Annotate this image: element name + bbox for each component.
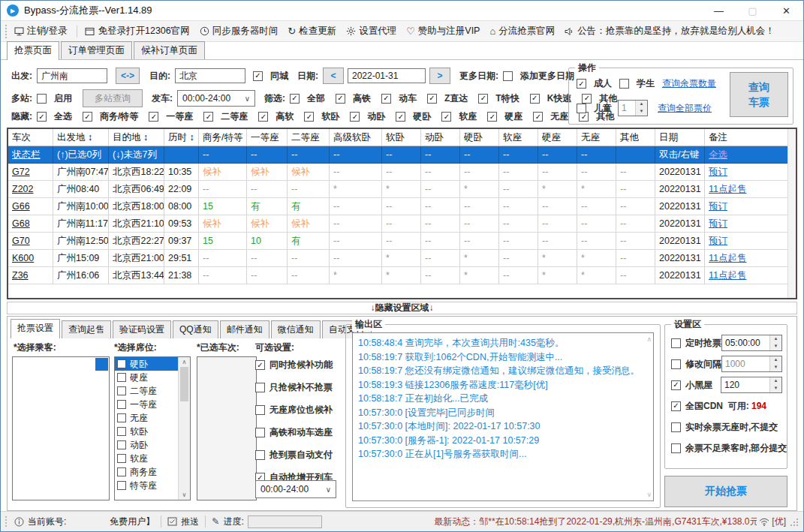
table-row[interactable]: Z36广州16:06北京西13:4421:38------**--*--**--…: [8, 267, 796, 284]
checkbox[interactable]: [117, 440, 126, 449]
table-row[interactable]: Z202广州08:40北京西06:4922:09------**--*--**-…: [8, 181, 796, 198]
table-row[interactable]: 状态栏(↑)已选0列(↓)未选7列--------------------双击/…: [8, 146, 796, 164]
checkbox[interactable]: [117, 359, 126, 368]
depart-time-dropdown[interactable]: 00:00-24:00∨: [177, 90, 255, 107]
date-input[interactable]: 2022-01-31: [348, 68, 426, 83]
hide-seat-option[interactable]: ✓无座: [533, 110, 568, 123]
child-option[interactable]: 儿童: [577, 102, 612, 115]
open-12306-button[interactable]: 免登录打开12306官网: [85, 25, 189, 38]
enable-multi-option[interactable]: 启用: [37, 92, 72, 105]
tab-查询起售[interactable]: 查询起售: [62, 320, 111, 338]
checkbox[interactable]: [255, 428, 265, 437]
close-button[interactable]: ✕: [769, 1, 803, 20]
table-row[interactable]: K600广州15:09北京西21:0029:51--------*--*--**…: [8, 250, 796, 267]
checkbox[interactable]: [671, 359, 681, 369]
reserve-link[interactable]: 预订: [709, 235, 727, 248]
checkbox[interactable]: [255, 405, 265, 415]
output-log[interactable]: 10:58:48:4 查询完毕，本次查询共用时:435毫秒。10:58:19:7…: [352, 332, 654, 501]
adult-option[interactable]: ✓ 成人: [577, 77, 612, 90]
hide-seat-option[interactable]: ✓商务/特等: [83, 110, 138, 123]
spinner-down-icon[interactable]: ▼: [636, 108, 647, 116]
checkbox[interactable]: [117, 454, 126, 463]
setting-spinner[interactable]: 120▲▼: [721, 377, 782, 393]
reserve-link[interactable]: 11点起售: [709, 252, 746, 265]
column-header[interactable]: 备注: [705, 129, 796, 146]
hide-seat-option[interactable]: ✓软卧: [304, 110, 339, 123]
student-option[interactable]: 学生: [619, 77, 655, 90]
tab-waitlist-orders[interactable]: 候补订单页面: [134, 41, 205, 59]
column-header[interactable]: 历时 ↕: [164, 129, 199, 146]
setting-spinner[interactable]: 05:00:00▲▼: [721, 335, 782, 351]
spinner-up-icon[interactable]: ▲: [636, 101, 647, 108]
table-row[interactable]: G70广州南12:50北京西22:2709:371510有-----------…: [8, 233, 796, 250]
checkbox[interactable]: [255, 383, 265, 392]
tab-order-management[interactable]: 订单管理页面: [61, 41, 132, 59]
seat-scrollbar[interactable]: ∧ ∨: [178, 357, 190, 500]
scroll-down-icon[interactable]: ∨: [646, 491, 652, 498]
checkbox[interactable]: [117, 467, 126, 476]
checkbox[interactable]: ✓: [255, 360, 265, 370]
toolbar-grip[interactable]: [5, 25, 9, 38]
spinner-up-icon[interactable]: ▲: [770, 356, 781, 364]
train-link[interactable]: G66: [12, 201, 30, 212]
add-more-dates-option[interactable]: 添加更多日期: [503, 70, 574, 83]
reserve-link[interactable]: 全选: [709, 149, 727, 161]
next-date-button[interactable]: >: [429, 68, 450, 84]
checkbox[interactable]: ✓: [290, 94, 300, 104]
reserve-link[interactable]: 预订: [709, 166, 727, 179]
passenger-selection[interactable]: [95, 358, 108, 371]
checkbox[interactable]: ✓: [37, 112, 47, 122]
column-header[interactable]: 日期: [655, 129, 705, 146]
column-header[interactable]: 目的地 ↕: [109, 129, 164, 146]
column-header[interactable]: 软卧: [382, 129, 421, 146]
setting-spinner[interactable]: 1000▲▼: [721, 356, 782, 372]
optional-setting[interactable]: 无座席位也候补: [255, 404, 333, 416]
grab-time-dropdown[interactable]: 00:00-24:00∨: [255, 480, 336, 498]
reserve-link[interactable]: 预订: [709, 200, 727, 213]
tab-抢票设置[interactable]: 抢票设置: [11, 319, 60, 338]
checkbox[interactable]: ✓: [350, 112, 360, 122]
hide-seat-option[interactable]: ✓一等座: [149, 110, 193, 123]
reserve-link[interactable]: 11点起售: [709, 269, 746, 282]
spinner-down-icon[interactable]: ▼: [770, 343, 781, 350]
column-header[interactable]: 其他: [616, 129, 655, 146]
column-header[interactable]: 车次: [8, 129, 53, 146]
push-label[interactable]: 推送: [181, 515, 199, 528]
start-grab-button[interactable]: 开始抢票: [664, 476, 787, 507]
student-checkbox[interactable]: [619, 79, 629, 89]
spinner-arrows[interactable]: ▲▼: [769, 356, 781, 371]
optional-setting[interactable]: 抢到票自动支付: [255, 449, 333, 461]
checkbox[interactable]: [671, 422, 681, 432]
checkbox[interactable]: ✓: [203, 112, 213, 122]
tab-QQ通知[interactable]: QQ通知: [173, 320, 218, 338]
checkbox[interactable]: ✓: [671, 401, 681, 411]
check-update-button[interactable]: ↻ 检查更新: [288, 25, 336, 38]
proxy-settings-button[interactable]: 设置代理: [346, 25, 396, 38]
column-header[interactable]: 商务/特等: [199, 129, 247, 146]
resize-grip-icon[interactable]: [790, 518, 799, 526]
train-type-option[interactable]: ✓Z直达: [427, 92, 468, 105]
scroll-up-icon[interactable]: ∧: [646, 335, 652, 343]
column-header[interactable]: 软座: [499, 129, 538, 146]
train-link[interactable]: Z202: [12, 184, 34, 194]
selected-trains-listbox[interactable]: [197, 356, 257, 500]
train-type-option[interactable]: ✓K快速: [530, 92, 572, 105]
spinner-arrows[interactable]: ▲▼: [769, 335, 781, 350]
seat-option[interactable]: 商务座: [115, 465, 179, 479]
add-more-dates-checkbox[interactable]: [503, 71, 513, 81]
query-all-prices-link[interactable]: 查询全部票价: [658, 102, 712, 115]
checkbox[interactable]: [117, 400, 126, 409]
reserve-link[interactable]: 预订: [709, 218, 727, 230]
column-header[interactable]: 出发地 ↕: [53, 129, 109, 146]
train-type-option[interactable]: ✓全部: [290, 92, 325, 105]
spinner-arrows[interactable]: ▲▼: [769, 377, 781, 392]
scrollbar-thumb[interactable]: [180, 367, 188, 401]
optional-setting[interactable]: 高铁和动车选座: [255, 426, 333, 439]
sync-time-button[interactable]: 同步服务器时间: [200, 25, 279, 38]
multi-station-query-button[interactable]: 多站查询: [83, 89, 143, 107]
optional-setting[interactable]: ✓同时抢候补功能: [255, 359, 333, 371]
setting-row[interactable]: 余票不足乘客时,部分提交: [671, 437, 782, 458]
checkbox[interactable]: ✓: [530, 94, 540, 104]
spinner-up-icon[interactable]: ▲: [770, 335, 781, 343]
train-type-option[interactable]: ✓动车: [381, 92, 417, 105]
